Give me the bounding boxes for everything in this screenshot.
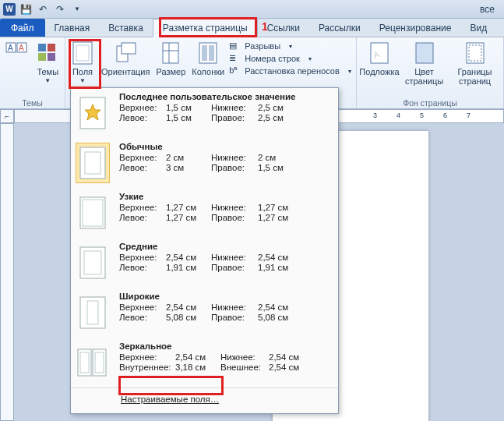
label-bottom: Нижнее: [211,253,258,262]
val: 1,5 см [166,103,211,112]
size-button[interactable]: Размер [154,39,187,78]
margins-option-icon [76,292,110,333]
label-left: Левое: [119,213,166,222]
tab-insert[interactable]: Вставка [99,19,153,37]
label-top: Верхнее: [119,253,166,262]
themes-styles-button[interactable]: AA [3,39,31,67]
margins-option-moderate[interactable]: Средние Верхнее:2,54 смНижнее:2,54 см Ле… [71,238,338,288]
val: 2,5 см [258,103,297,112]
val: 2,54 см [258,253,297,262]
val: 2 см [258,153,297,162]
label-right: Правое: [211,263,258,272]
margins-button[interactable]: Поля ▼ [69,39,97,87]
line-numbers-button[interactable]: ≣Номера строк ▾ [229,53,351,64]
undo-icon[interactable]: ↶ [36,2,50,16]
line-numbers-label: Номера строк [245,54,300,63]
svg-rect-27 [80,197,105,228]
svg-rect-31 [80,297,105,328]
qat-more-icon[interactable]: ▼ [70,2,84,16]
vertical-ruler[interactable] [0,123,14,421]
line-numbers-icon: ≣ [229,53,241,64]
ruler-num: 3 [373,111,377,119]
tab-home[interactable]: Главная [45,19,100,37]
page-setup-small: ▤Разрывы ▾ ≣Номера строк ▾ bªРасстановка… [229,39,351,76]
margins-option-normal[interactable]: Обычные Верхнее:2 смНижнее:2 см Левое:3 … [71,138,338,188]
svg-rect-6 [38,53,46,61]
page-color-button[interactable]: Цвет страницы [402,39,446,87]
margins-icon [70,41,95,65]
label-left: Левое: [119,163,166,172]
chevron-down-icon: ▾ [308,55,312,62]
label-top: Верхнее: [119,203,166,212]
hyphenation-button[interactable]: bªРасстановка переносов ▾ [229,65,351,76]
margins-option-title: Узкие [119,192,332,203]
group-themes-label: Темы [3,97,62,108]
tab-selector[interactable]: ⌐ [0,109,14,123]
tab-page-layout[interactable]: Разметка страницы [153,19,258,37]
redo-icon[interactable]: ↷ [53,2,67,16]
themes-icon [35,41,60,65]
label-right: Правое: [211,163,258,172]
ribbon-tabs: Файл Главная Вставка Разметка страницы С… [0,19,504,37]
columns-icon [196,41,220,65]
custom-margins-item[interactable]: Настраиваемые поля… [71,387,338,410]
label-top: Верхнее: [119,103,166,112]
val: 1,27 см [166,203,211,212]
val: 3,18 см [175,363,220,372]
themes-styles-icon: AA [5,41,30,65]
label-bottom: Нижнее: [211,203,258,212]
margins-option-wide[interactable]: Широкие Верхнее:2,54 смНижнее:2,54 см Ле… [71,288,338,338]
svg-rect-20 [416,43,433,63]
tab-mailings[interactable]: Рассылки [309,19,370,37]
ruler-num: 4 [397,111,400,119]
tab-file[interactable]: Файл [0,19,45,37]
tab-review[interactable]: Рецензирование [370,19,461,37]
margins-option-title: Широкие [119,292,332,302]
columns-button[interactable]: Колонки [190,39,226,78]
margins-option-icon [76,193,110,233]
watermark-button[interactable]: A Подложка [360,39,399,78]
val: 2,54 см [258,302,297,312]
size-icon [158,41,183,65]
themes-button[interactable]: Темы ▼ [34,39,62,87]
group-page-bg-label: Фон страницы [360,97,500,108]
breaks-button[interactable]: ▤Разрывы ▾ [229,41,351,51]
val: 1,91 см [258,263,297,272]
page-borders-button[interactable]: Границы страниц [449,39,500,87]
label-bottom: Нижнее: [220,352,269,362]
margins-option-icon [76,93,110,133]
margins-option-title: Средние [119,242,332,253]
ruler-num: 7 [467,111,471,119]
margins-option-mirrored[interactable]: Зеркальное Верхнее:2,54 смНижнее:2,54 см… [71,338,338,387]
margins-option-narrow[interactable]: Узкие Верхнее:1,27 смНижнее:1,27 см Лево… [71,188,338,238]
label-top: Верхнее: [119,302,166,312]
label-top: Верхнее: [119,153,166,162]
tab-view[interactable]: Вид [460,19,496,37]
annotation-1: 1 [262,20,268,33]
val: 2,54 см [269,363,308,372]
svg-text:A: A [8,44,13,52]
svg-text:A: A [19,44,24,52]
margins-option-title: Последнее пользовательское значение [119,92,332,103]
label-right: Правое: [211,213,258,222]
label-right: Правое: [211,113,258,122]
watermark-label: Подложка [359,67,399,76]
label-top: Верхнее: [119,352,175,362]
orientation-button[interactable]: Ориентация [100,39,151,78]
val: 1,27 см [258,203,297,212]
svg-rect-11 [122,43,136,54]
size-label: Размер [156,67,185,76]
label-bottom: Нижнее: [211,103,258,112]
columns-label: Колонки [192,67,224,76]
val: 5,08 см [258,313,297,322]
breaks-label: Разрывы [245,41,280,51]
val: 2,5 см [258,113,297,122]
quick-access-toolbar: W 💾 ↶ ↷ ▼ [3,2,84,16]
label-left: Левое: [119,113,166,122]
margins-option-last[interactable]: Последнее пользовательское значение Верх… [71,88,338,138]
svg-rect-4 [38,44,46,51]
breaks-icon: ▤ [229,41,241,51]
orientation-label: Ориентация [101,67,150,76]
val: 1,91 см [166,263,211,272]
save-icon[interactable]: 💾 [19,2,33,16]
